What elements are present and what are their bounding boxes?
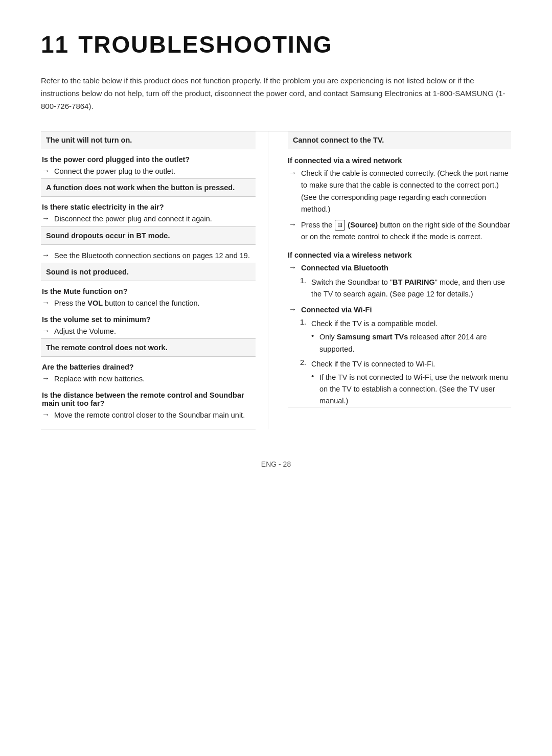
section-function-not-work: A function does not work when the button… — [41, 179, 256, 226]
answer-text-wired-source: Press the ⊟ (Source) button on the right… — [301, 219, 511, 243]
question-mute: Is the Mute function on? — [41, 287, 256, 295]
bullet-dot: • — [311, 372, 319, 380]
answer-wifi-header: → Connected via Wi-Fi — [288, 304, 511, 316]
section-header-function: A function does not work when the button… — [41, 179, 256, 197]
answer-text-wifi-header: Connected via Wi-Fi — [301, 304, 372, 316]
answer-distance: → Move the remote control closer to the … — [41, 409, 256, 421]
answer-batteries: → Replace with new batteries. — [41, 373, 256, 385]
bluetooth-subitems: 1. Switch the Soundbar to "BT PAIRING" m… — [288, 277, 511, 300]
section-header-remote: The remote control does not work. — [41, 339, 256, 357]
ol-item-wifi-1: 1. Check if the TV is a compatible model… — [300, 318, 511, 330]
section-sound-dropouts: Sound dropouts occur in BT mode. → See t… — [41, 227, 256, 263]
answer-static: → Disconnect the power plug and connect … — [41, 213, 256, 225]
section-unit-wont-turn-on: The unit will not turn on. Is the power … — [41, 131, 256, 179]
arrow-icon: → — [42, 298, 51, 307]
answer-text-static: Disconnect the power plug and connect it… — [54, 213, 212, 225]
answer-text-wired-cable: Check if the cable is connected correctl… — [301, 168, 511, 215]
section-cannot-connect-tv: Cannot connect to the TV. If connected v… — [288, 131, 511, 407]
ol-num-wifi-1: 1. — [300, 318, 311, 326]
arrow-icon: → — [289, 168, 298, 177]
ol-item-wifi-2: 2. Check if the TV is connected to Wi-Fi… — [300, 358, 511, 370]
section-header-sound: Sound is not produced. — [41, 263, 256, 281]
answer-text-mute: Press the VOL button to cancel the funct… — [54, 297, 200, 309]
answer-text-batteries: Replace with new batteries. — [54, 373, 145, 385]
section-header-unit: The unit will not turn on. — [41, 131, 256, 149]
question-power-cord: Is the power cord plugged into the outle… — [41, 155, 256, 164]
left-column: The unit will not turn on. Is the power … — [41, 131, 268, 429]
bullet-text-wifi-network: If the TV is not connected to Wi-Fi, use… — [319, 372, 511, 407]
answer-bluetooth-header: → Connected via Bluetooth — [288, 262, 511, 274]
question-distance: Is the distance between the remote contr… — [41, 391, 256, 407]
ol-text-wifi-2: Check if the TV is connected to Wi-Fi. — [311, 358, 435, 370]
ol-item-bt-1: 1. Switch the Soundbar to "BT PAIRING" m… — [300, 277, 511, 300]
question-batteries: Are the batteries drained? — [41, 363, 256, 371]
ol-num-1: 1. — [300, 277, 311, 285]
intro-paragraph: Refer to the table below if this product… — [41, 75, 511, 112]
arrow-icon: → — [289, 305, 298, 313]
section-header-bt: Sound dropouts occur in BT mode. — [41, 227, 256, 245]
answer-text-power-cord: Connect the power plug to the outlet. — [54, 166, 175, 177]
page-number: ENG - 28 — [261, 460, 291, 468]
bullet-text-samsung-tv: Only Samsung smart TVs released after 20… — [319, 331, 511, 355]
wifi-subitems: 1. Check if the TV is a compatible model… — [288, 318, 511, 407]
chapter-title: 11TROUBLESHOOTING — [41, 31, 511, 58]
answer-power-cord: → Connect the power plug to the outlet. — [41, 166, 256, 177]
section-header-tv: Cannot connect to the TV. — [288, 131, 511, 149]
ol-text-bt-1: Switch the Soundbar to "BT PAIRING" mode… — [311, 277, 511, 300]
troubleshooting-table: The unit will not turn on. Is the power … — [41, 131, 511, 429]
answer-text-volume: Adjust the Volume. — [54, 326, 116, 337]
answer-wired-cable: → Check if the cable is connected correc… — [288, 168, 511, 215]
answer-text-bt: See the Bluetooth connection sections on… — [54, 250, 250, 262]
arrow-icon: → — [42, 326, 51, 335]
arrow-icon: → — [42, 214, 51, 222]
arrow-icon: → — [42, 166, 51, 175]
arrow-icon: → — [42, 250, 51, 259]
arrow-icon: → — [42, 374, 51, 382]
answer-text-bluetooth-header: Connected via Bluetooth — [301, 262, 388, 274]
ol-text-wifi-1: Check if the TV is a compatible model. — [311, 318, 438, 330]
answer-bluetooth-pages: → See the Bluetooth connection sections … — [41, 250, 256, 262]
arrow-icon: → — [289, 263, 298, 271]
right-column: Cannot connect to the TV. If connected v… — [284, 131, 511, 429]
section-sound-not-produced: Sound is not produced. Is the Mute funct… — [41, 263, 256, 339]
section-remote-not-work: The remote control does not work. Are th… — [41, 339, 256, 429]
question-static: Is there static electricity in the air? — [41, 203, 256, 211]
subsection-wireless: If connected via a wireless network → Co… — [288, 251, 511, 407]
subheader-wireless: If connected via a wireless network — [288, 251, 511, 259]
answer-text-distance: Move the remote control closer to the So… — [54, 409, 245, 421]
arrow-icon: → — [289, 220, 298, 228]
subheader-wired: If connected via a wired network — [288, 156, 511, 165]
answer-volume: → Adjust the Volume. — [41, 326, 256, 337]
bullet-dot: • — [311, 331, 319, 340]
bullet-wifi-network: • If the TV is not connected to Wi-Fi, u… — [300, 372, 511, 407]
subsection-wired: If connected via a wired network → Check… — [288, 156, 511, 243]
chapter-number: 11 — [41, 31, 69, 58]
ol-num-wifi-2: 2. — [300, 358, 311, 366]
answer-mute: → Press the VOL button to cancel the fun… — [41, 297, 256, 309]
page-footer: ENG - 28 — [41, 460, 511, 468]
arrow-icon: → — [42, 410, 51, 419]
question-volume: Is the volume set to minimum? — [41, 315, 256, 324]
bullet-samsung-tv: • Only Samsung smart TVs released after … — [300, 331, 511, 355]
answer-wired-source: → Press the ⊟ (Source) button on the rig… — [288, 219, 511, 243]
source-icon: ⊟ — [335, 220, 345, 231]
